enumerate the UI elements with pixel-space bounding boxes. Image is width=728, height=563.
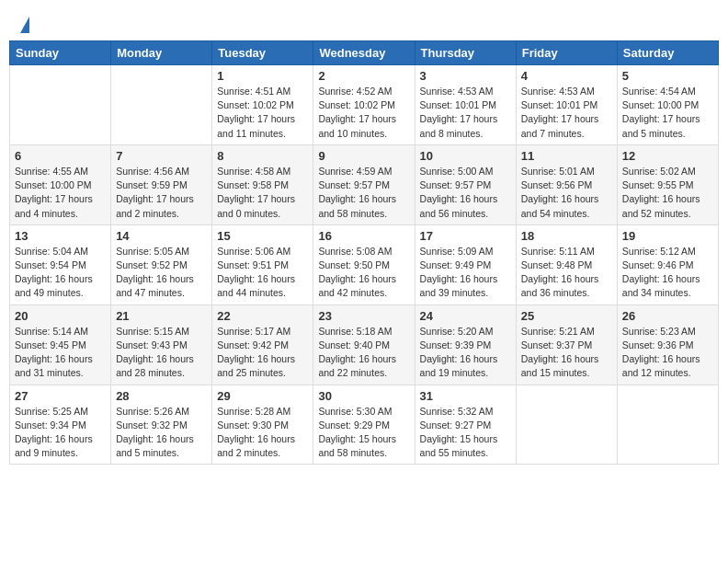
calendar-day-cell: 3 Sunrise: 4:53 AMSunset: 10:01 PMDaylig… (415, 65, 516, 145)
calendar-day-cell: 26 Sunrise: 5:23 AMSunset: 9:36 PMDaylig… (617, 304, 718, 385)
calendar-day-cell: 25 Sunrise: 5:21 AMSunset: 9:37 PMDaylig… (516, 304, 617, 385)
calendar-day-cell: 9 Sunrise: 4:59 AMSunset: 9:57 PMDayligh… (313, 144, 415, 224)
calendar-day-cell: 17 Sunrise: 5:09 AMSunset: 9:49 PMDaylig… (415, 224, 516, 304)
logo (18, 17, 29, 33)
day-info: Sunrise: 4:52 AMSunset: 10:02 PMDaylight… (318, 86, 396, 139)
day-info: Sunrise: 4:59 AMSunset: 9:57 PMDaylight:… (318, 166, 396, 219)
day-info: Sunrise: 5:20 AMSunset: 9:39 PMDaylight:… (420, 326, 498, 379)
calendar-day-cell (10, 65, 111, 145)
day-number: 9 (318, 149, 409, 163)
day-info: Sunrise: 5:15 AMSunset: 9:43 PMDaylight:… (116, 326, 194, 379)
day-number: 28 (116, 389, 207, 403)
calendar-day-cell: 15 Sunrise: 5:06 AMSunset: 9:51 PMDaylig… (212, 224, 313, 304)
day-number: 27 (15, 389, 106, 403)
day-number: 5 (622, 69, 713, 83)
day-info: Sunrise: 5:21 AMSunset: 9:37 PMDaylight:… (521, 326, 599, 379)
day-number: 31 (420, 389, 511, 403)
day-number: 19 (622, 229, 713, 243)
day-number: 7 (116, 149, 207, 163)
day-number: 20 (15, 309, 106, 323)
calendar-day-cell: 30 Sunrise: 5:30 AMSunset: 9:29 PMDaylig… (313, 385, 415, 465)
day-info: Sunrise: 5:05 AMSunset: 9:52 PMDaylight:… (116, 246, 194, 299)
logo-triangle-icon (20, 17, 29, 33)
weekday-header-tuesday: Tuesday (212, 41, 313, 65)
day-info: Sunrise: 4:58 AMSunset: 9:58 PMDaylight:… (217, 166, 295, 219)
calendar-day-cell: 5 Sunrise: 4:54 AMSunset: 10:00 PMDaylig… (617, 65, 718, 145)
day-info: Sunrise: 5:04 AMSunset: 9:54 PMDaylight:… (15, 246, 93, 299)
day-number: 21 (116, 309, 207, 323)
day-info: Sunrise: 4:51 AMSunset: 10:02 PMDaylight… (217, 86, 295, 139)
day-info: Sunrise: 4:55 AMSunset: 10:00 PMDaylight… (15, 166, 93, 219)
calendar-day-cell (617, 385, 718, 465)
day-number: 8 (217, 149, 308, 163)
calendar-day-cell: 27 Sunrise: 5:25 AMSunset: 9:34 PMDaylig… (10, 385, 111, 465)
day-info: Sunrise: 5:01 AMSunset: 9:56 PMDaylight:… (521, 166, 599, 219)
day-number: 15 (217, 229, 308, 243)
day-number: 2 (318, 69, 409, 83)
day-info: Sunrise: 5:11 AMSunset: 9:48 PMDaylight:… (521, 246, 599, 299)
weekday-header-monday: Monday (111, 41, 212, 65)
calendar-day-cell: 11 Sunrise: 5:01 AMSunset: 9:56 PMDaylig… (516, 144, 617, 224)
day-number: 18 (521, 229, 612, 243)
day-info: Sunrise: 4:53 AMSunset: 10:01 PMDaylight… (420, 86, 498, 139)
day-number: 24 (420, 309, 511, 323)
calendar-day-cell: 31 Sunrise: 5:32 AMSunset: 9:27 PMDaylig… (415, 385, 516, 465)
day-number: 17 (420, 229, 511, 243)
day-number: 16 (318, 229, 409, 243)
calendar-day-cell: 19 Sunrise: 5:12 AMSunset: 9:46 PMDaylig… (617, 224, 718, 304)
day-number: 10 (420, 149, 511, 163)
calendar-week-row: 1 Sunrise: 4:51 AMSunset: 10:02 PMDaylig… (10, 65, 719, 145)
calendar-day-cell: 14 Sunrise: 5:05 AMSunset: 9:52 PMDaylig… (111, 224, 212, 304)
calendar-day-cell: 8 Sunrise: 4:58 AMSunset: 9:58 PMDayligh… (212, 144, 313, 224)
calendar-day-cell: 24 Sunrise: 5:20 AMSunset: 9:39 PMDaylig… (415, 304, 516, 385)
calendar-week-row: 6 Sunrise: 4:55 AMSunset: 10:00 PMDaylig… (10, 144, 719, 224)
day-info: Sunrise: 5:32 AMSunset: 9:27 PMDaylight:… (420, 406, 498, 459)
weekday-header-friday: Friday (516, 41, 617, 65)
weekday-header-wednesday: Wednesday (313, 41, 415, 65)
day-info: Sunrise: 5:00 AMSunset: 9:57 PMDaylight:… (420, 166, 498, 219)
day-info: Sunrise: 5:17 AMSunset: 9:42 PMDaylight:… (217, 326, 295, 379)
day-info: Sunrise: 5:08 AMSunset: 9:50 PMDaylight:… (318, 246, 396, 299)
day-number: 14 (116, 229, 207, 243)
day-info: Sunrise: 5:18 AMSunset: 9:40 PMDaylight:… (318, 326, 396, 379)
calendar-day-cell: 18 Sunrise: 5:11 AMSunset: 9:48 PMDaylig… (516, 224, 617, 304)
calendar-week-row: 20 Sunrise: 5:14 AMSunset: 9:45 PMDaylig… (10, 304, 719, 385)
day-info: Sunrise: 4:56 AMSunset: 9:59 PMDaylight:… (116, 166, 194, 219)
calendar-week-row: 27 Sunrise: 5:25 AMSunset: 9:34 PMDaylig… (10, 385, 719, 465)
calendar-day-cell: 4 Sunrise: 4:53 AMSunset: 10:01 PMDaylig… (516, 65, 617, 145)
weekday-header-row: SundayMondayTuesdayWednesdayThursdayFrid… (10, 41, 719, 65)
day-info: Sunrise: 5:06 AMSunset: 9:51 PMDaylight:… (217, 246, 295, 299)
calendar-day-cell: 20 Sunrise: 5:14 AMSunset: 9:45 PMDaylig… (10, 304, 111, 385)
calendar-day-cell: 29 Sunrise: 5:28 AMSunset: 9:30 PMDaylig… (212, 385, 313, 465)
calendar-day-cell: 13 Sunrise: 5:04 AMSunset: 9:54 PMDaylig… (10, 224, 111, 304)
day-number: 26 (622, 309, 713, 323)
calendar-day-cell: 16 Sunrise: 5:08 AMSunset: 9:50 PMDaylig… (313, 224, 415, 304)
header (9, 9, 719, 37)
day-info: Sunrise: 5:26 AMSunset: 9:32 PMDaylight:… (116, 406, 194, 459)
day-info: Sunrise: 5:23 AMSunset: 9:36 PMDaylight:… (622, 326, 700, 379)
day-info: Sunrise: 4:54 AMSunset: 10:00 PMDaylight… (622, 86, 700, 139)
calendar-day-cell: 22 Sunrise: 5:17 AMSunset: 9:42 PMDaylig… (212, 304, 313, 385)
weekday-header-saturday: Saturday (617, 41, 718, 65)
day-number: 1 (217, 69, 308, 83)
day-number: 11 (521, 149, 612, 163)
day-number: 4 (521, 69, 612, 83)
calendar-day-cell: 2 Sunrise: 4:52 AMSunset: 10:02 PMDaylig… (313, 65, 415, 145)
day-info: Sunrise: 5:09 AMSunset: 9:49 PMDaylight:… (420, 246, 498, 299)
day-number: 25 (521, 309, 612, 323)
calendar-day-cell: 12 Sunrise: 5:02 AMSunset: 9:55 PMDaylig… (617, 144, 718, 224)
day-info: Sunrise: 5:12 AMSunset: 9:46 PMDaylight:… (622, 246, 700, 299)
day-info: Sunrise: 5:28 AMSunset: 9:30 PMDaylight:… (217, 406, 295, 459)
calendar-day-cell: 1 Sunrise: 4:51 AMSunset: 10:02 PMDaylig… (212, 65, 313, 145)
calendar-day-cell (516, 385, 617, 465)
weekday-header-sunday: Sunday (10, 41, 111, 65)
day-info: Sunrise: 5:14 AMSunset: 9:45 PMDaylight:… (15, 326, 93, 379)
weekday-header-thursday: Thursday (415, 41, 516, 65)
calendar-week-row: 13 Sunrise: 5:04 AMSunset: 9:54 PMDaylig… (10, 224, 719, 304)
day-number: 13 (15, 229, 106, 243)
calendar-day-cell (111, 65, 212, 145)
calendar-day-cell: 28 Sunrise: 5:26 AMSunset: 9:32 PMDaylig… (111, 385, 212, 465)
day-info: Sunrise: 5:30 AMSunset: 9:29 PMDaylight:… (318, 406, 396, 459)
day-number: 12 (622, 149, 713, 163)
day-info: Sunrise: 4:53 AMSunset: 10:01 PMDaylight… (521, 86, 599, 139)
